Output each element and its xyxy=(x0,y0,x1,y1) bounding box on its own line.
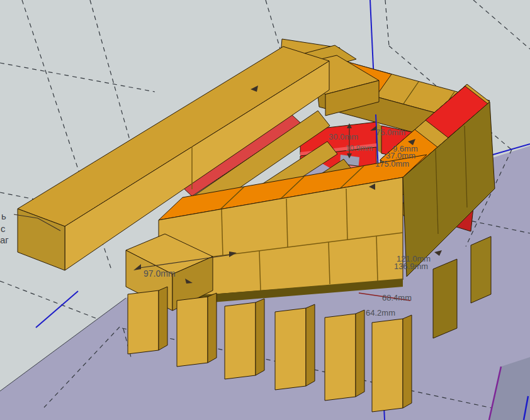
right-leg xyxy=(433,259,457,338)
pillar xyxy=(372,315,412,412)
dimension-label: 136.9mm xyxy=(394,262,428,271)
pillar xyxy=(325,310,364,401)
dimension-label: 64.2mm xyxy=(366,308,395,318)
dimension-label: 97.0mm xyxy=(144,268,176,279)
text-fragment: аг xyxy=(0,235,9,245)
text-fragment: с xyxy=(1,223,6,234)
dimension-label: 75.0mm xyxy=(376,128,405,137)
dimension-label: 10.9mm xyxy=(346,144,373,153)
model-scene[interactable]: 30.0mm 75.0mm 10.9mm 9.6mm 37.0mm 175.0m… xyxy=(0,0,530,420)
3d-viewport[interactable]: 30.0mm 75.0mm 10.9mm 9.6mm 37.0mm 175.0m… xyxy=(0,0,530,420)
pillar xyxy=(275,304,315,390)
right-leg xyxy=(471,236,491,303)
dimension-label: 68.4mm xyxy=(382,293,412,302)
pillar xyxy=(128,287,167,354)
pillar xyxy=(225,299,264,379)
dimension-label: 175.0mm xyxy=(375,159,409,169)
pillar xyxy=(177,293,217,367)
dimension-label: 30.0mm xyxy=(329,132,358,141)
text-fragment: ь xyxy=(1,211,6,221)
